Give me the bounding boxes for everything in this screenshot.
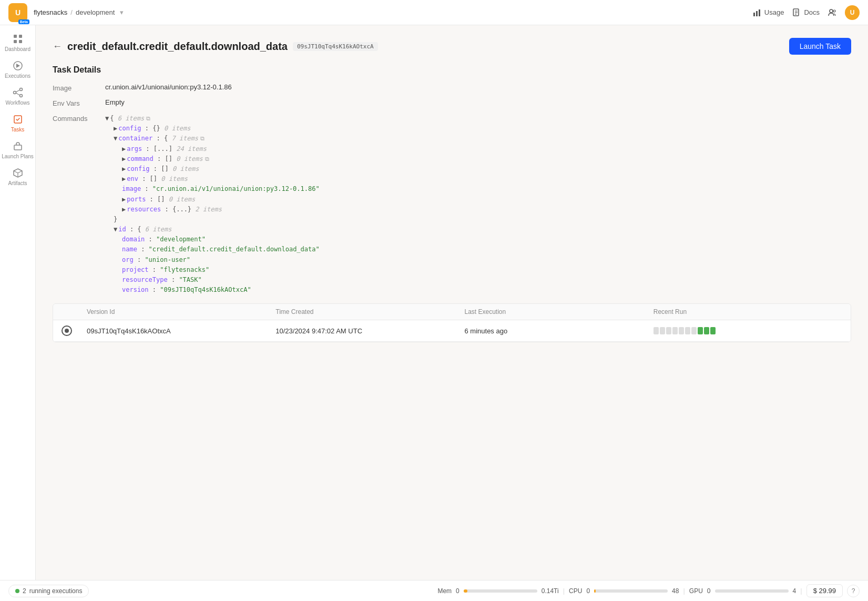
time-created-cell: 10/23/2024 9:47:02 AM UTC — [275, 327, 464, 335]
svg-point-8 — [833, 10, 835, 12]
running-executions-badge[interactable]: 2 running executions — [8, 585, 89, 597]
users-button[interactable] — [828, 8, 836, 17]
image-row: Image cr.union.ai/v1/unionai/union:py3.1… — [53, 83, 851, 92]
run-bar-7 — [691, 327, 697, 334]
sidebar-item-artifacts[interactable]: Artifacts — [0, 164, 35, 190]
breadcrumb-project[interactable]: flytesnacks — [34, 8, 67, 16]
sidebar-item-launch-plans[interactable]: Launch Plans — [0, 137, 35, 164]
svg-line-17 — [16, 90, 19, 92]
mem-bar-fill — [464, 589, 467, 593]
user-avatar[interactable]: U — [845, 5, 860, 20]
run-bar-2 — [660, 327, 665, 334]
bottom-bar: 2 running executions Mem 0 0.14Ti | CPU … — [0, 580, 868, 601]
cpu-bar-fill — [594, 589, 596, 593]
running-dot — [15, 589, 19, 593]
docs-button[interactable]: Docs — [792, 8, 820, 17]
usage-button[interactable]: Usage — [753, 8, 784, 17]
commands-row: Commands ▼ { 6 items ⧉ ▶ config — [53, 114, 851, 295]
svg-rect-9 — [14, 35, 17, 38]
version-radio[interactable] — [62, 325, 72, 336]
launch-task-button[interactable]: Launch Task — [789, 38, 851, 55]
svg-line-18 — [16, 93, 19, 95]
table-header: Version Id Time Created Last Execution R… — [53, 304, 851, 320]
sidebar: Dashboard Executions Workflows Tasks Lau… — [0, 25, 36, 580]
run-bar-8 — [698, 327, 703, 334]
page-title: credit_default.credit_default.download_d… — [67, 40, 288, 53]
svg-rect-20 — [14, 145, 22, 150]
recent-run-cell — [653, 327, 842, 334]
help-button[interactable]: ? — [847, 585, 860, 597]
running-count: 2 — [23, 587, 26, 595]
svg-point-16 — [19, 95, 22, 97]
cost-badge: $ 29.99 — [806, 584, 843, 597]
run-bars — [653, 327, 842, 334]
run-bar-6 — [685, 327, 690, 334]
run-bar-3 — [666, 327, 671, 334]
gpu-metric: GPU 0 4 — [689, 587, 796, 595]
mem-metric: Mem 0 0.14Ti — [437, 587, 558, 595]
last-execution-cell: 6 minutes ago — [465, 327, 653, 335]
svg-rect-0 — [753, 13, 755, 16]
sidebar-item-executions[interactable]: Executions — [0, 56, 35, 83]
svg-rect-10 — [19, 35, 22, 38]
json-tree: ▼ { 6 items ⧉ ▶ config : {} 0 items — [105, 114, 320, 295]
cpu-bar-container — [594, 589, 668, 593]
env-vars-row: Env Vars Empty — [53, 98, 851, 107]
task-details-section: Task Details Image cr.union.ai/v1/uniona… — [53, 65, 851, 342]
svg-point-7 — [830, 9, 833, 13]
sidebar-item-tasks[interactable]: Tasks — [0, 110, 35, 137]
svg-rect-12 — [19, 40, 22, 43]
svg-point-14 — [13, 91, 16, 94]
svg-rect-1 — [756, 11, 758, 16]
version-id-cell: 09sJT10qTq4sK16kAOtxcA — [87, 327, 275, 335]
cpu-metric: CPU 0 48 — [569, 587, 679, 595]
svg-rect-2 — [759, 9, 760, 16]
breadcrumb-env[interactable]: development — [76, 8, 115, 16]
table-row[interactable]: 09sJT10qTq4sK16kAOtxcA 10/23/2024 9:47:0… — [53, 320, 851, 342]
breadcrumb: flytesnacks / development ▾ — [34, 8, 124, 16]
page-header: ← credit_default.credit_default.download… — [53, 38, 851, 55]
section-title: Task Details — [53, 65, 851, 75]
gpu-bar-container — [715, 589, 789, 593]
run-bar-4 — [672, 327, 678, 334]
back-button[interactable]: ← — [53, 41, 62, 52]
sidebar-item-workflows[interactable]: Workflows — [0, 83, 35, 110]
versions-table: Version Id Time Created Last Execution R… — [53, 303, 851, 342]
run-bar-10 — [710, 327, 716, 334]
run-bar-9 — [704, 327, 709, 334]
run-bar-1 — [653, 327, 659, 334]
mem-bar-container — [464, 589, 537, 593]
logo: U Beta — [8, 3, 27, 22]
sidebar-item-dashboard[interactable]: Dashboard — [0, 29, 35, 56]
run-bar-5 — [679, 327, 684, 334]
version-badge: 09sJT10qTq4sK16kAOtxcA — [293, 42, 378, 51]
main-content: ← credit_default.credit_default.download… — [36, 25, 868, 580]
svg-rect-11 — [14, 40, 17, 43]
running-label: running executions — [29, 587, 83, 595]
svg-point-15 — [19, 88, 22, 91]
